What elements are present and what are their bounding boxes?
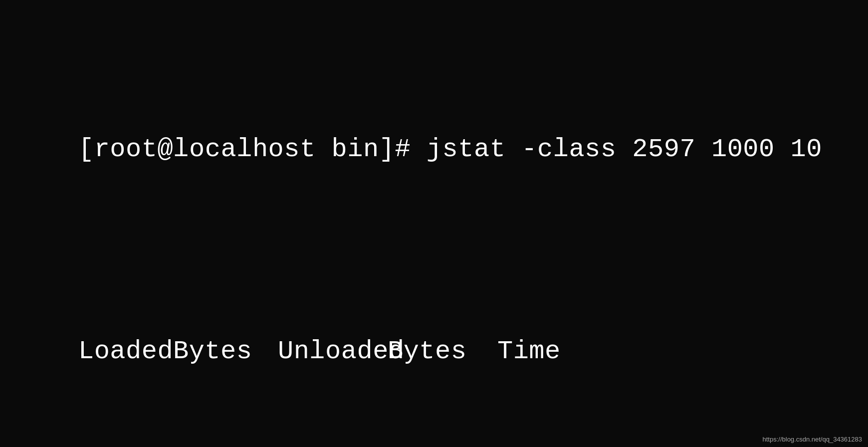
header-bytes1: Bytes <box>173 332 268 372</box>
header-loaded: Loaded <box>78 332 163 372</box>
command-line: [root@localhost bin]# jstat -class 2597 … <box>15 89 853 210</box>
table-header: LoadedBytesUnloadedBytesTime <box>15 291 853 412</box>
header-unloaded: Unloaded <box>278 332 378 372</box>
header-bytes2: Bytes <box>388 332 467 372</box>
header-time: Time <box>497 332 577 372</box>
watermark: https://blog.csdn.net/qq_34361283 <box>763 436 863 443</box>
command-text: [root@localhost bin]# jstat -class 2597 … <box>78 135 822 164</box>
terminal-output: [root@localhost bin]# jstat -class 2597 … <box>15 9 853 447</box>
